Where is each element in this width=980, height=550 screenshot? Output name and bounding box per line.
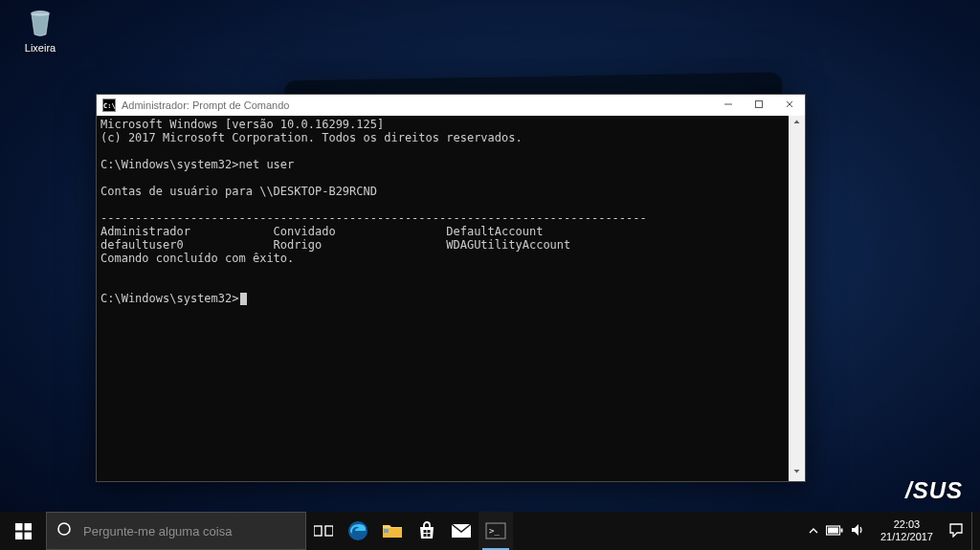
edge-icon [347, 520, 368, 541]
windows-logo-icon [15, 523, 32, 539]
svg-rect-5 [24, 532, 32, 539]
svg-rect-19 [840, 528, 842, 532]
action-center-button[interactable] [948, 522, 964, 540]
system-tray: 22:03 21/12/2017 [801, 512, 980, 550]
taskbar: >_ 22:03 21/12/2017 [0, 512, 980, 550]
svg-rect-4 [15, 532, 23, 539]
clock-date: 21/12/2017 [880, 531, 933, 543]
recycle-bin-label: Lixeira [25, 42, 56, 54]
svg-rect-3 [24, 523, 32, 531]
svg-rect-12 [428, 530, 431, 533]
svg-rect-11 [424, 530, 427, 533]
scroll-track[interactable] [789, 132, 805, 465]
scroll-up-button[interactable] [789, 116, 805, 132]
cmd-line: ----------------------------------------… [100, 211, 647, 225]
svg-point-6 [58, 523, 70, 535]
store-icon [417, 521, 436, 540]
cmd-line: Microsoft Windows [versão 10.0.16299.125… [100, 118, 384, 131]
file-explorer-icon [382, 522, 403, 539]
task-view-button[interactable] [306, 512, 341, 550]
recycle-bin-icon [23, 6, 57, 40]
cmd-app-icon: C:\ [102, 99, 116, 112]
tray-overflow-button[interactable] [809, 524, 818, 539]
cmd-taskbar-icon: >_ [485, 522, 506, 539]
svg-rect-13 [424, 534, 427, 537]
svg-rect-7 [314, 526, 322, 536]
scrollbar[interactable] [789, 116, 805, 481]
volume-icon[interactable] [851, 523, 865, 539]
taskbar-app-mail[interactable] [444, 512, 479, 550]
taskbar-app-file-explorer[interactable] [375, 512, 410, 550]
svg-rect-14 [428, 534, 431, 537]
svg-rect-20 [828, 527, 838, 533]
search-input[interactable] [81, 523, 305, 539]
cmd-line: Contas de usuário para \\DESKTOP-B29RCND [100, 185, 377, 198]
maximize-button[interactable] [744, 95, 774, 116]
taskbar-app-store[interactable] [410, 512, 444, 550]
start-button[interactable] [0, 512, 46, 550]
close-button[interactable] [774, 95, 805, 116]
minimize-button[interactable] [713, 95, 744, 116]
cmd-line: defaultuser0 Rodrigo WDAGUtilityAccount [100, 238, 570, 252]
brand-logo: /SUS [905, 477, 963, 504]
desktop[interactable]: Lixeira C:\ Administrador: Prompt de Com… [0, 0, 980, 550]
cortana-search-box[interactable] [46, 512, 306, 550]
taskbar-clock[interactable]: 22:03 21/12/2017 [873, 518, 941, 543]
cmd-line: C:\Windows\system32>net user [100, 158, 294, 171]
svg-rect-8 [325, 526, 333, 536]
show-desktop-button[interactable] [971, 512, 978, 550]
mail-icon [451, 523, 472, 539]
cortana-circle-icon [47, 521, 81, 540]
window-title: Administrador: Prompt de Comando [122, 99, 289, 111]
svg-rect-10 [384, 529, 389, 533]
taskbar-app-edge[interactable] [341, 512, 375, 550]
cursor [240, 293, 247, 305]
cmd-body: Microsoft Windows [versão 10.0.16299.125… [97, 116, 805, 481]
svg-rect-2 [15, 523, 23, 531]
cmd-line: Administrador Convidado DefaultAccount [100, 225, 543, 238]
svg-rect-1 [756, 101, 763, 108]
svg-text:>_: >_ [489, 526, 500, 536]
cmd-line: Comando concluído com êxito. [100, 252, 294, 265]
cmd-output[interactable]: Microsoft Windows [versão 10.0.16299.125… [97, 116, 789, 481]
recycle-bin-desktop-icon[interactable]: Lixeira [11, 6, 69, 54]
scroll-down-button[interactable] [789, 465, 805, 481]
clock-time: 22:03 [880, 518, 933, 531]
taskbar-app-cmd[interactable]: >_ [479, 512, 513, 550]
task-view-icon [314, 523, 333, 539]
window-titlebar[interactable]: C:\ Administrador: Prompt de Comando [97, 95, 805, 116]
cmd-line: (c) 2017 Microsoft Corporation. Todos os… [100, 131, 523, 144]
battery-icon[interactable] [826, 524, 843, 539]
command-prompt-window: C:\ Administrador: Prompt de Comando Mic… [96, 94, 806, 482]
cmd-prompt-line: C:\Windows\system32> [100, 292, 239, 305]
